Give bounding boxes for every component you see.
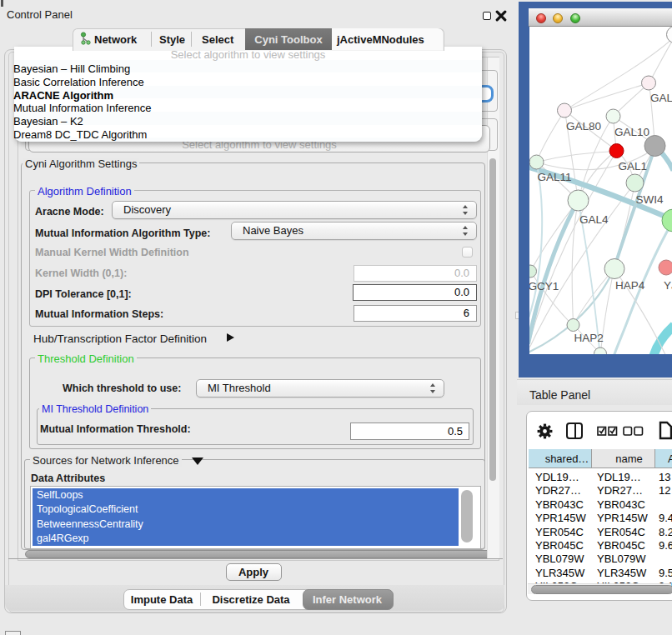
svg-text:GAL80: GAL80 <box>566 120 601 132</box>
svg-text:GAL1: GAL1 <box>618 160 647 172</box>
svg-text:YJL: YJL <box>664 279 672 292</box>
svg-text:GAL10: GAL10 <box>614 126 649 138</box>
svg-text:HAP2: HAP2 <box>574 332 603 344</box>
svg-text:GCY1: GCY1 <box>529 279 559 292</box>
svg-text:GAL2: GAL2 <box>650 92 672 104</box>
svg-text:GAL11: GAL11 <box>537 171 571 183</box>
svg-text:HAP4: HAP4 <box>615 279 645 292</box>
svg-text:SWI4: SWI4 <box>635 193 663 206</box>
svg-text:GAL4: GAL4 <box>579 213 609 226</box>
